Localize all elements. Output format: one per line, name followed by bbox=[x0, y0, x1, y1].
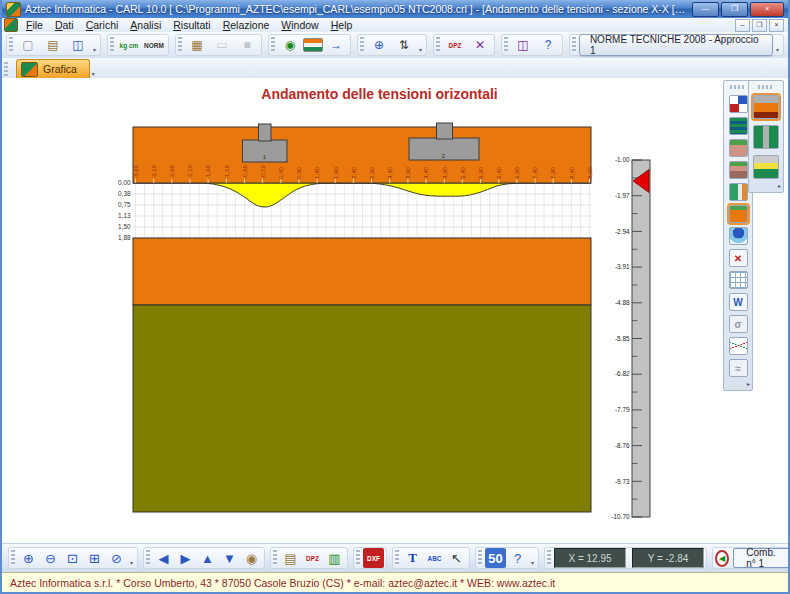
open-file-icon[interactable]: ▤ bbox=[41, 35, 65, 56]
toolbar-grip[interactable] bbox=[11, 550, 15, 566]
toolbar-grip[interactable] bbox=[9, 37, 13, 53]
previous-combination-button[interactable]: ◀ bbox=[715, 550, 729, 567]
panel-grip[interactable] bbox=[730, 85, 746, 89]
print-preview-icon[interactable]: ▤ bbox=[280, 548, 301, 568]
disabled-tool-icon[interactable]: ▭ bbox=[210, 35, 234, 56]
panel-overflow-arrow-icon[interactable]: ▸ bbox=[747, 381, 750, 387]
toolbar-grip[interactable] bbox=[478, 550, 482, 566]
pan-left-icon[interactable]: ◀ bbox=[153, 548, 174, 568]
menu-relazione[interactable]: Relazione bbox=[217, 19, 276, 31]
legend-colors-icon[interactable] bbox=[729, 95, 748, 113]
minimize-button[interactable]: — bbox=[692, 2, 719, 17]
menu-analisi[interactable]: Analisi bbox=[124, 19, 167, 31]
toolbar-grip[interactable] bbox=[110, 37, 114, 53]
toolbar-grip[interactable] bbox=[356, 550, 360, 566]
toolbar-grip[interactable] bbox=[178, 37, 182, 53]
zoom-window-icon[interactable]: ⊡ bbox=[62, 548, 83, 568]
overflow-arrow-icon[interactable]: ▾ bbox=[417, 46, 424, 54]
dpz-table-icon[interactable]: DPZ bbox=[443, 35, 467, 56]
disabled-tool2-icon[interactable]: ■ bbox=[235, 35, 259, 56]
run-analysis-icon[interactable]: ◉ bbox=[278, 35, 302, 56]
project-globe-icon[interactable]: ⊕ bbox=[367, 35, 391, 56]
combinations-hourglass-icon[interactable]: ✕ bbox=[468, 35, 492, 56]
embankment-icon[interactable] bbox=[753, 155, 779, 179]
menu-risultati[interactable]: Risultati bbox=[167, 19, 216, 31]
pan-right-icon[interactable]: ▶ bbox=[175, 548, 196, 568]
toolbar-grip[interactable] bbox=[360, 37, 364, 53]
save-file-icon[interactable]: ◫ bbox=[66, 35, 90, 56]
save-report-icon[interactable]: ◫ bbox=[511, 35, 535, 56]
bearing-capacity-icon[interactable] bbox=[729, 227, 748, 245]
new-file-icon[interactable]: ▢ bbox=[16, 35, 40, 56]
settlement-curve-icon[interactable]: W bbox=[729, 293, 748, 311]
abac-curve-icon[interactable]: ≈ bbox=[729, 359, 748, 377]
soil-profile-icon[interactable] bbox=[729, 139, 748, 157]
norme-tecniche-button[interactable]: NORME TECNICHE 2008 - Approccio 1 bbox=[579, 34, 773, 56]
overflow-arrow-icon[interactable]: ▾ bbox=[91, 46, 98, 54]
x-tick-label: 5,90 bbox=[477, 166, 484, 179]
units-kg-cm-icon[interactable]: kg cm bbox=[117, 35, 141, 56]
tabbar-grip[interactable] bbox=[4, 62, 8, 78]
title-bar[interactable]: Aztec Informatica - CARL 10.0 [ C:\Progr… bbox=[2, 0, 788, 18]
materials-layers-icon[interactable] bbox=[303, 38, 323, 52]
dpz-export-icon[interactable]: DPZ bbox=[302, 548, 323, 568]
footings-plinths-icon[interactable] bbox=[753, 95, 779, 119]
help-icon[interactable]: ? bbox=[536, 35, 560, 56]
toolbar-grip[interactable] bbox=[395, 550, 399, 566]
drawing-canvas[interactable]: Andamento delle tensioni orizontali -3,6… bbox=[2, 78, 788, 543]
mdi-close-button[interactable]: × bbox=[769, 19, 784, 32]
scale-50-icon[interactable]: 50 bbox=[485, 548, 506, 568]
sigma-diagram-icon[interactable]: σ bbox=[729, 315, 748, 333]
help-icon[interactable]: ? bbox=[507, 548, 528, 568]
pan-down-icon[interactable]: ▼ bbox=[219, 548, 240, 568]
tab-overflow-arrow-icon[interactable]: ▾ bbox=[90, 70, 97, 78]
toolbar-grip[interactable] bbox=[504, 37, 508, 53]
zoom-out-icon[interactable]: ⊖ bbox=[40, 548, 61, 568]
mdi-minimize-button[interactable]: – bbox=[735, 19, 750, 32]
toolbar-grip[interactable] bbox=[436, 37, 440, 53]
soil-stratigraphy-icon[interactable] bbox=[729, 117, 748, 135]
tab-grafica[interactable]: Grafica bbox=[16, 59, 90, 78]
zoom-previous-icon[interactable]: ⊘ bbox=[106, 548, 127, 568]
panel-grip[interactable] bbox=[758, 85, 774, 89]
wall-reinforcement-icon[interactable] bbox=[729, 183, 748, 201]
dxf-export-icon[interactable]: DXF bbox=[363, 548, 384, 568]
menu-carichi[interactable]: Carichi bbox=[80, 19, 125, 31]
overflow-arrow-icon[interactable]: ▾ bbox=[128, 559, 135, 567]
menu-help[interactable]: Help bbox=[325, 19, 359, 31]
pan-hand-icon[interactable]: ◉ bbox=[241, 548, 262, 568]
no-load-icon[interactable]: ✕ bbox=[729, 249, 748, 267]
zoom-extents-icon[interactable]: ⊞ bbox=[84, 548, 105, 568]
soil-test-icon[interactable]: ▦ bbox=[185, 35, 209, 56]
overflow-arrow-icon[interactable]: ▾ bbox=[774, 46, 781, 54]
toolbar-grip[interactable] bbox=[273, 550, 277, 566]
depth-tick-label: -1.00 bbox=[615, 156, 630, 163]
report-icon[interactable]: ▥ bbox=[324, 548, 345, 568]
toolbar-grip[interactable] bbox=[271, 37, 275, 53]
menu-dati[interactable]: Dati bbox=[49, 19, 80, 31]
overflow-arrow-icon[interactable]: ▾ bbox=[529, 559, 536, 567]
close-button[interactable]: × bbox=[750, 2, 784, 17]
interaction-chart-icon[interactable] bbox=[729, 337, 748, 355]
norms-book-icon[interactable]: NORM bbox=[142, 35, 166, 56]
excavation-icon[interactable] bbox=[729, 161, 748, 179]
restore-button[interactable]: ❐ bbox=[721, 2, 748, 17]
spell-check-icon[interactable]: ABC bbox=[424, 548, 445, 568]
results-table-icon[interactable] bbox=[729, 271, 748, 289]
menu-file[interactable]: File bbox=[20, 19, 49, 31]
toolbar-grip[interactable] bbox=[146, 550, 150, 566]
menu-window[interactable]: Window bbox=[275, 19, 324, 31]
foundation-stress-icon[interactable] bbox=[729, 205, 748, 223]
panel-overflow-arrow-icon[interactable]: ▸ bbox=[778, 183, 781, 189]
wall-section-icon[interactable] bbox=[753, 125, 779, 149]
mdi-restore-button[interactable]: ❐ bbox=[752, 19, 767, 32]
toolbar-grip[interactable] bbox=[572, 37, 576, 53]
pointer-tool-icon[interactable]: ↖ bbox=[446, 548, 467, 568]
toolbar-grip[interactable] bbox=[547, 550, 551, 566]
zoom-in-icon[interactable]: ⊕ bbox=[18, 548, 39, 568]
depth-tick-label: -2.94 bbox=[615, 228, 630, 235]
section-dart-icon[interactable]: → bbox=[324, 35, 348, 56]
scale-chart-icon[interactable]: ⇅ bbox=[392, 35, 416, 56]
pan-up-icon[interactable]: ▲ bbox=[197, 548, 218, 568]
text-tool-icon[interactable]: T bbox=[402, 548, 423, 568]
